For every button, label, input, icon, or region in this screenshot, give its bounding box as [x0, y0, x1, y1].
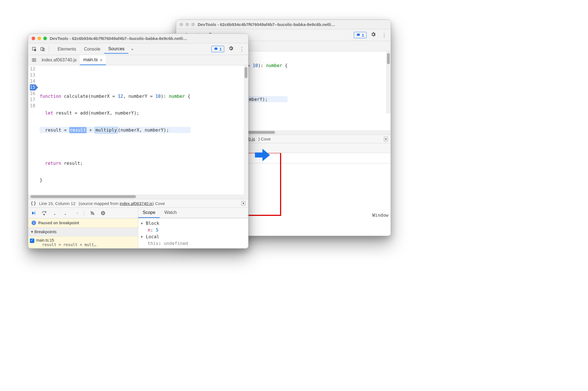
- info-icon: i: [32, 221, 36, 225]
- var-val: 5: [156, 227, 159, 233]
- step-into-icon[interactable]: [51, 209, 58, 217]
- horizontal-scrollbar[interactable]: [28, 194, 248, 199]
- titlebar[interactable]: DevTools - 62c6b934c4b7f676049af4b7--buc…: [176, 20, 391, 29]
- tab-scope[interactable]: Scope: [138, 208, 160, 218]
- titlebar[interactable]: DevTools - 62c6b934c4b7f676049af4b7--buc…: [28, 34, 248, 43]
- kebab-icon[interactable]: ⋮: [380, 31, 388, 39]
- section-breakpoints[interactable]: Breakpoints: [28, 228, 138, 236]
- device-toggle-icon[interactable]: [39, 45, 47, 53]
- checkbox-icon[interactable]: [30, 239, 34, 243]
- window-title: DevTools - 62c6b934c4b7f676049af4b7--buc…: [198, 22, 335, 27]
- vertical-scrollbar[interactable]: [386, 51, 391, 113]
- status-line: { } Line 15, Column 12 (source mapped fr…: [28, 199, 248, 208]
- var-key: n: [148, 227, 150, 233]
- svg-rect-13: [102, 212, 103, 214]
- breakpoint-marker[interactable]: 15: [30, 84, 35, 90]
- traffic-max-icon[interactable]: [43, 37, 47, 40]
- close-icon[interactable]: ×: [100, 58, 102, 62]
- message-icon: [356, 33, 360, 37]
- dropdown-icon[interactable]: ▾: [242, 201, 245, 206]
- step-over-icon[interactable]: [40, 209, 48, 217]
- var-key: this: [148, 241, 159, 246]
- dropdown-icon[interactable]: ▾: [384, 137, 388, 141]
- messages-badge[interactable]: 1: [354, 32, 367, 38]
- svg-point-12: [101, 211, 105, 215]
- deactivate-breakpoints-icon[interactable]: [89, 209, 96, 217]
- traffic-max-icon[interactable]: [191, 23, 195, 26]
- file-tab-maints[interactable]: main.ts×: [80, 55, 106, 65]
- paused-banner: i Paused on breakpoint: [28, 218, 138, 228]
- toolbar: Elements Console Sources » 1 ⋮: [28, 43, 248, 55]
- tab-watch[interactable]: Watch: [160, 208, 181, 218]
- var-key: numberY: [148, 247, 166, 248]
- svg-point-10: [65, 214, 66, 215]
- scope-tabs: Scope Watch: [138, 208, 248, 218]
- file-tab-indexjs[interactable]: index.af063740.js: [38, 55, 80, 65]
- step-target-chip[interactable]: multiply: [95, 127, 118, 133]
- messages-count: 1: [362, 33, 364, 37]
- window-title: DevTools - 62c6b934c4b7f676049af4b7--buc…: [50, 36, 187, 41]
- settings-icon[interactable]: [226, 44, 235, 54]
- devtools-window-front: DevTools - 62c6b934c4b7f676049af4b7--buc…: [28, 34, 248, 249]
- scope-tree[interactable]: Block n: 5 Local this: undefined numberY…: [138, 218, 248, 248]
- debugger-left-pane: i Paused on breakpoint Breakpoints main.…: [28, 218, 138, 248]
- message-icon: [214, 47, 218, 51]
- settings-icon[interactable]: [369, 30, 378, 40]
- resume-icon[interactable]: [30, 209, 37, 217]
- svg-rect-7: [35, 211, 35, 215]
- tab-sources[interactable]: Sources: [104, 45, 128, 54]
- pause-exceptions-icon[interactable]: [99, 209, 107, 217]
- vertical-scrollbar[interactable]: [244, 65, 248, 194]
- pretty-print-icon[interactable]: { }: [31, 201, 36, 206]
- navigator-icon[interactable]: [30, 58, 38, 63]
- svg-point-9: [54, 214, 55, 215]
- svg-point-8: [44, 214, 44, 215]
- traffic-close-icon[interactable]: [32, 37, 35, 40]
- messages-badge[interactable]: 1: [211, 46, 224, 52]
- var-val: 3: [172, 247, 175, 248]
- messages-count: 1: [219, 47, 222, 51]
- debugger-toolbar: [28, 208, 138, 218]
- annotation-arrow-icon: [254, 147, 271, 163]
- tab-console[interactable]: Console: [80, 45, 104, 53]
- traffic-min-icon[interactable]: [185, 23, 189, 26]
- tab-elements[interactable]: Elements: [54, 45, 80, 53]
- svg-point-11: [77, 213, 78, 213]
- scope-local[interactable]: Local: [140, 233, 246, 240]
- step-icon[interactable]: [72, 209, 80, 217]
- execution-chip: result: [69, 127, 87, 133]
- kebab-icon[interactable]: ⋮: [238, 45, 246, 53]
- traffic-close-icon[interactable]: [180, 23, 183, 26]
- svg-rect-14: [103, 212, 104, 214]
- scope-block[interactable]: Block: [140, 220, 246, 227]
- file-tabs: index.af063740.js main.ts×: [28, 55, 248, 65]
- code-editor[interactable]: 12 13 14 15 16 17 18 function calculate(…: [28, 65, 248, 199]
- more-tabs-icon[interactable]: »: [128, 47, 136, 51]
- cursor-pos: Line 15, Column 12: [39, 201, 75, 206]
- step-out-icon[interactable]: [62, 209, 69, 217]
- sourcemap-link[interactable]: index.af063740.js: [120, 201, 153, 206]
- breakpoint-source: result = result + mult…: [36, 242, 135, 247]
- inspect-icon[interactable]: [30, 45, 38, 53]
- breakpoint-label: main.ts:15: [36, 238, 135, 242]
- traffic-min-icon[interactable]: [37, 37, 41, 40]
- breakpoint-item[interactable]: main.ts:15 result = result + mult…: [28, 236, 138, 248]
- svg-rect-4: [41, 47, 43, 51]
- var-val: undefined: [164, 241, 188, 246]
